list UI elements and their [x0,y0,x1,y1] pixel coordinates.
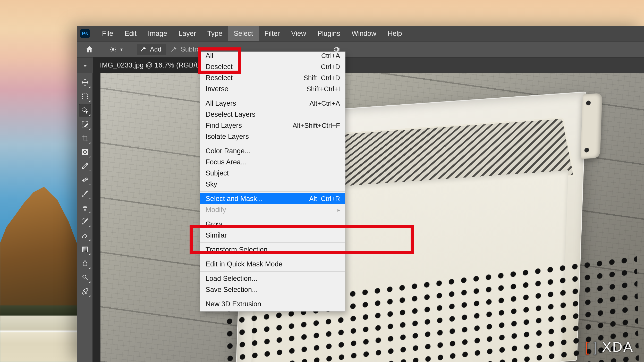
menuitem-shortcut: Alt+Ctrl+R [300,195,340,203]
menuitem-color-range[interactable]: Color Range... [200,146,345,157]
add-label: Add [150,46,161,53]
canvas-area[interactable] [93,73,644,362]
home-button[interactable] [83,44,95,55]
menuitem-label: Reselect [206,74,233,82]
object-select-tool[interactable] [79,118,91,130]
desktop-wallpaper [0,130,80,362]
marquee-tool[interactable] [79,90,91,103]
menuitem-label: Save Selection... [206,286,258,294]
menuitem-shortcut: Shift+Ctrl+D [294,74,340,82]
menuitem-label: Subject [206,169,229,177]
menuitem-label: Inverse [206,85,228,93]
menuitem-reselect[interactable]: ReselectShift+Ctrl+D [200,72,345,83]
quick-select-tool[interactable] [79,104,91,116]
brush-tool[interactable] [79,188,91,200]
menu-edit[interactable]: Edit [119,26,142,41]
menuitem-load-selection[interactable]: Load Selection... [200,273,345,284]
menuitem-shortcut: Alt+Ctrl+A [300,99,340,107]
document-tab[interactable]: IMG_0233.jpg @ 16.7% (RGB/8 [93,57,207,73]
menuitem-deselect-layers[interactable]: Deselect Layers [200,109,345,120]
healing-brush-tool[interactable] [79,174,91,186]
frame-tool[interactable] [79,146,91,158]
menu-layer[interactable]: Layer [173,26,202,41]
select-menu-dropdown: AllCtrl+ADeselectCtrl+DReselectShift+Ctr… [200,52,345,312]
menuitem-grow[interactable]: Grow [200,219,345,230]
menuitem-save-selection[interactable]: Save Selection... [200,284,345,295]
menuitem-all-layers[interactable]: All LayersAlt+Ctrl+A [200,98,345,109]
clone-stamp-tool[interactable] [79,201,91,214]
menuitem-label: Transform Selection [206,246,268,254]
options-bar: ▾ Add Subtra [77,41,644,57]
menuitem-label: Load Selection... [206,275,257,283]
gradient-tool[interactable] [79,243,91,256]
menuitem-sky[interactable]: Sky [200,179,345,190]
panel-collapse-toggle[interactable]: ▸▸ [77,57,93,73]
history-brush-tool[interactable] [79,215,91,228]
tool-bar [77,73,93,362]
photoshop-window: Ps FileEditImageLayerTypeSelectFilterVie… [77,26,644,362]
document-tab-bar: ▸▸ IMG_0233.jpg @ 16.7% (RGB/8 [77,57,644,73]
menu-window[interactable]: Window [346,26,382,41]
svg-point-0 [112,48,114,50]
menuitem-shortcut: Ctrl+D [312,63,340,71]
menu-help[interactable]: Help [382,26,408,41]
menu-select[interactable]: Select [228,26,259,41]
menu-type[interactable]: Type [202,26,228,41]
menuitem-similar[interactable]: Similar [200,230,345,241]
menuitem-new-3d-extrusion[interactable]: New 3D Extrusion [200,299,345,310]
menuitem-deselect[interactable]: DeselectCtrl+D [200,61,345,72]
dodge-tool[interactable] [79,271,91,283]
menu-image[interactable]: Image [142,26,173,41]
divider [101,44,101,55]
menuitem-inverse[interactable]: InverseShift+Ctrl+I [200,83,345,95]
svg-rect-1 [82,247,88,252]
menuitem-label: New 3D Extrusion [206,300,261,308]
menuitem-subject[interactable]: Subject [200,168,345,179]
menuitem-label: Grow [206,220,222,228]
menuitem-label: All Layers [206,99,236,107]
workspace [77,73,644,362]
add-to-selection-button[interactable]: Add [137,44,166,55]
menuitem-label: Similar [206,231,227,239]
menuitem-label: Deselect [206,63,233,71]
menuitem-label: Edit in Quick Mask Mode [206,260,283,268]
menuitem-select-and-mask[interactable]: Select and Mask...Alt+Ctrl+R [200,193,345,204]
menu-bar: Ps FileEditImageLayerTypeSelectFilterVie… [77,26,644,41]
menuitem-edit-in-quick-mask-mode[interactable]: Edit in Quick Mask Mode [200,259,345,270]
subtract-label: Subtra [181,45,200,53]
crop-tool[interactable] [79,132,91,144]
menuitem-label: Select and Mask... [206,195,263,203]
menu-view[interactable]: View [285,26,312,41]
eraser-tool[interactable] [79,229,91,242]
menuitem-focus-area[interactable]: Focus Area... [200,157,345,168]
chevron-down-icon: ▾ [120,47,123,52]
menuitem-label: Sky [206,180,217,188]
subtract-from-selection-button[interactable]: Subtra [171,45,200,53]
menuitem-label: All [206,52,213,60]
menu-plugins[interactable]: Plugins [312,26,346,41]
menuitem-label: Color Range... [206,147,250,155]
menuitem-label: Isolate Layers [206,133,249,141]
menuitem-label: Focus Area... [206,158,247,166]
menuitem-find-layers[interactable]: Find LayersAlt+Shift+Ctrl+F [200,120,345,131]
menuitem-all[interactable]: AllCtrl+A [200,50,345,61]
menuitem-transform-selection[interactable]: Transform Selection [200,244,345,255]
menuitem-label: Deselect Layers [206,111,256,119]
divider [131,44,131,55]
move-tool[interactable] [79,76,91,89]
menuitem-label: Find Layers [206,122,242,130]
menuitem-modify: Modify [200,204,345,215]
menu-filter[interactable]: Filter [259,26,285,41]
menuitem-shortcut: Ctrl+A [312,52,340,60]
eyedropper-tool[interactable] [79,160,91,172]
xda-watermark: [ ] XDA [585,339,634,355]
menu-file[interactable]: File [96,26,119,41]
menuitem-shortcut: Alt+Shift+Ctrl+F [283,122,340,130]
app-logo: Ps [80,29,90,38]
pen-tool[interactable] [79,285,91,297]
brush-preset-picker[interactable]: ▾ [107,45,125,54]
menuitem-shortcut: Shift+Ctrl+I [297,85,340,93]
menuitem-isolate-layers[interactable]: Isolate Layers [200,131,345,142]
blur-tool[interactable] [79,257,91,270]
menuitem-label: Modify [206,206,226,214]
